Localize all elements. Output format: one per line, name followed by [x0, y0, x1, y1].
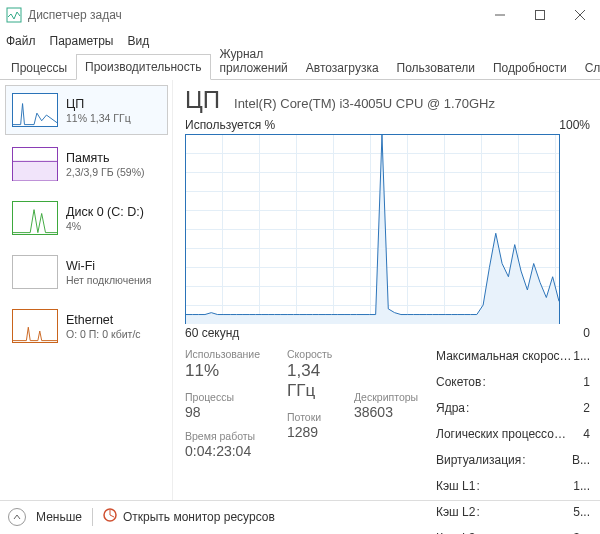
- sidebar-item-label: ЦП: [66, 97, 131, 111]
- sidebar-item-label: Диск 0 (C: D:): [66, 205, 144, 219]
- sidebar-item-label: Ethernet: [66, 313, 141, 327]
- sidebar-item-sub: 4%: [66, 220, 144, 232]
- sidebar-item-memory[interactable]: Память2,3/3,9 ГБ (59%): [5, 139, 168, 189]
- sidebar-item-label: Wi-Fi: [66, 259, 151, 273]
- tab-details[interactable]: Подробности: [484, 55, 576, 80]
- fewer-details-label[interactable]: Меньше: [36, 510, 82, 524]
- svg-rect-5: [13, 161, 57, 180]
- cpu-model: Intel(R) Core(TM) i3-4005U CPU @ 1.70GHz: [234, 96, 495, 111]
- app-icon: [6, 7, 22, 23]
- disk-sparkline-icon: [12, 201, 58, 235]
- info-row: ВиртуализацияВ...: [436, 452, 590, 468]
- info-row: Кэш L25...: [436, 504, 590, 520]
- sidebar-item-cpu[interactable]: ЦП11% 1,34 ГГц: [5, 85, 168, 135]
- info-row: Кэш L33...: [436, 530, 590, 534]
- tab-startup[interactable]: Автозагрузка: [297, 55, 388, 80]
- info-row: Кэш L11...: [436, 478, 590, 494]
- value-uptime: 0:04:23:04: [185, 443, 275, 459]
- sidebar-item-disk[interactable]: Диск 0 (C: D:)4%: [5, 193, 168, 243]
- value-threads: 1289: [287, 424, 342, 440]
- sidebar-item-sub: 11% 1,34 ГГц: [66, 112, 131, 124]
- menu-options[interactable]: Параметры: [50, 34, 114, 48]
- tab-processes[interactable]: Процессы: [2, 55, 76, 80]
- cpu-usage-chart[interactable]: [185, 134, 560, 324]
- label-uptime: Время работы: [185, 430, 275, 442]
- value-speed: 1,34 ГГц: [287, 361, 342, 401]
- chart-label-tr: 100%: [559, 118, 590, 132]
- title-bar: Диспетчер задач: [0, 0, 600, 30]
- sidebar-item-sub: 2,3/3,9 ГБ (59%): [66, 166, 145, 178]
- info-row: Ядра2: [436, 400, 590, 416]
- label-processes: Процессы: [185, 391, 275, 403]
- cpu-info-list: Максимальная скорость1...Сокетов1Ядра2Ло…: [436, 348, 590, 534]
- tab-users[interactable]: Пользователи: [388, 55, 484, 80]
- sidebar-item-sub: О: 0 П: 0 кбит/с: [66, 328, 141, 340]
- close-button[interactable]: [560, 0, 600, 30]
- tab-strip: Процессы Производительность Журнал прило…: [0, 52, 600, 80]
- svg-rect-2: [536, 11, 545, 20]
- divider: [92, 508, 93, 526]
- label-threads: Потоки: [287, 411, 342, 423]
- sidebar-item-wifi[interactable]: Wi-FiНет подключения: [5, 247, 168, 297]
- performance-panel: ЦП Intel(R) Core(TM) i3-4005U CPU @ 1.70…: [173, 80, 600, 500]
- collapse-button[interactable]: [8, 508, 26, 526]
- minimize-button[interactable]: [480, 0, 520, 30]
- info-row: Сокетов1: [436, 374, 590, 390]
- sidebar-item-label: Память: [66, 151, 145, 165]
- label-handles: Дескрипторы: [354, 391, 424, 403]
- wifi-sparkline-icon: [12, 255, 58, 289]
- svg-line-9: [110, 515, 114, 517]
- menu-bar: Файл Параметры Вид: [0, 30, 600, 52]
- memory-sparkline-icon: [12, 147, 58, 181]
- value-processes: 98: [185, 404, 275, 420]
- value-usage: 11%: [185, 361, 275, 381]
- menu-file[interactable]: Файл: [6, 34, 36, 48]
- sidebar: ЦП11% 1,34 ГГц Память2,3/3,9 ГБ (59%) Ди…: [0, 80, 173, 500]
- chart-label-bl: 60 секунд: [185, 326, 239, 340]
- label-usage: Использование: [185, 348, 275, 360]
- resource-name: ЦП: [185, 86, 220, 114]
- chart-label-br: 0: [583, 326, 590, 340]
- resource-monitor-icon: [103, 508, 117, 525]
- window-title: Диспетчер задач: [28, 8, 122, 22]
- ethernet-sparkline-icon: [12, 309, 58, 343]
- tab-performance[interactable]: Производительность: [76, 54, 210, 80]
- tab-services[interactable]: Службы: [576, 55, 600, 80]
- value-handles: 38603: [354, 404, 424, 420]
- sidebar-item-ethernet[interactable]: EthernetО: 0 П: 0 кбит/с: [5, 301, 168, 351]
- tab-app-history[interactable]: Журнал приложений: [211, 41, 297, 80]
- label-speed: Скорость: [287, 348, 342, 360]
- cpu-sparkline-icon: [12, 93, 58, 127]
- menu-view[interactable]: Вид: [127, 34, 149, 48]
- info-row: Логических процессоров4: [436, 426, 590, 442]
- info-row: Максимальная скорость1...: [436, 348, 590, 364]
- open-resource-monitor-link[interactable]: Открыть монитор ресурсов: [103, 508, 275, 525]
- chart-label-tl: Используется %: [185, 118, 275, 132]
- maximize-button[interactable]: [520, 0, 560, 30]
- sidebar-item-sub: Нет подключения: [66, 274, 151, 286]
